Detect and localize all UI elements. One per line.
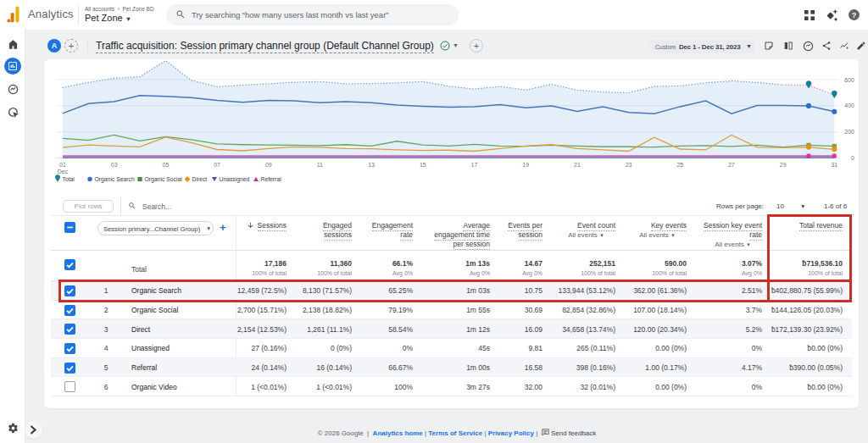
svg-text:Unassigned: Unassigned [220,176,250,183]
svg-text:600: 600 [844,77,854,83]
svg-text:Total: Total [63,176,75,182]
svg-text:15: 15 [420,162,426,168]
svg-text:400: 400 [844,102,854,108]
svg-text:03: 03 [111,162,118,168]
svg-text:?: ? [852,11,857,19]
svg-text:17: 17 [471,162,478,168]
svg-text:13: 13 [368,162,375,168]
svg-text:Dec: Dec [58,169,69,174]
svg-text:0: 0 [851,155,854,161]
svg-text:Organic Social: Organic Social [145,176,183,183]
svg-text:Referral: Referral [261,176,282,182]
svg-text:23: 23 [626,162,632,168]
svg-text:05: 05 [163,162,170,168]
svg-text:Direct: Direct [192,176,208,182]
svg-text:Organic Search: Organic Search [95,176,135,183]
svg-text:07: 07 [214,162,220,168]
svg-text:11: 11 [317,162,323,168]
svg-text:01: 01 [59,162,66,168]
svg-text:21: 21 [574,162,581,168]
svg-text:19: 19 [522,162,529,168]
svg-text:09: 09 [265,162,272,168]
svg-text:31: 31 [831,162,837,168]
svg-text:27: 27 [728,162,735,168]
svg-text:200: 200 [844,129,854,135]
svg-text:29: 29 [780,162,787,168]
svg-text:25: 25 [676,162,683,168]
